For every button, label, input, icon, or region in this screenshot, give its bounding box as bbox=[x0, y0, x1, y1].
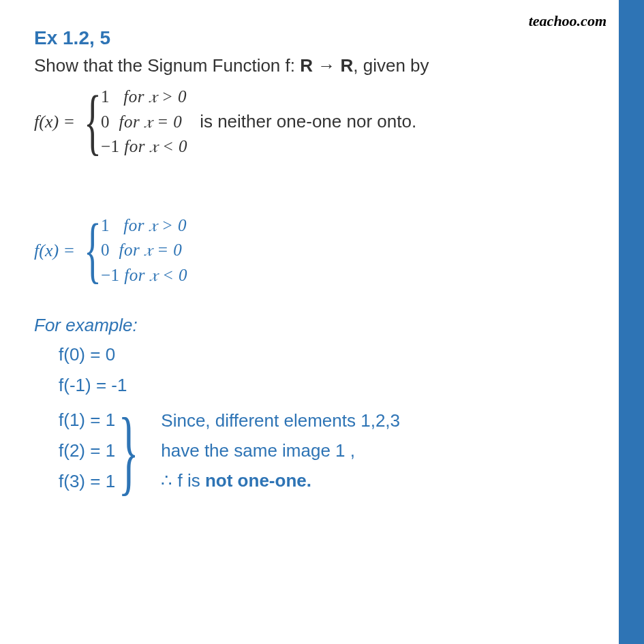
brand-sidebar bbox=[619, 0, 644, 644]
pw2-cond-3: for 𝑥 < 0 bbox=[124, 266, 187, 284]
example-line-2: f(-1) = -1 bbox=[59, 375, 585, 396]
piecewise2-row-1: 1 for 𝑥 > 0 bbox=[101, 213, 187, 238]
pw-cond-3: for 𝑥 < 0 bbox=[124, 137, 187, 155]
piecewise-body-1: 1 for 𝑥 > 0 0 for 𝑥 = 0 −1 for 𝑥 < 0 bbox=[101, 85, 187, 159]
right-brace-icon: } bbox=[119, 415, 139, 487]
example-line-3: f(1) = 1 bbox=[59, 410, 115, 431]
fx-label-1: f(x) = bbox=[34, 112, 75, 132]
exercise-heading: Ex 1.2, 5 bbox=[34, 27, 585, 49]
pw2-val-2: 0 bbox=[101, 241, 110, 259]
question-prefix: Show that the Signum Function f: bbox=[34, 55, 300, 76]
pw-cond-2: for 𝑥 = 0 bbox=[119, 112, 182, 131]
pw-val-1: 1 bbox=[101, 87, 110, 106]
conclusion-line-2: have the same image 1 , bbox=[161, 435, 400, 465]
piecewise-row-2: 0 for 𝑥 = 0 bbox=[101, 110, 187, 134]
example-group: f(1) = 1 f(2) = 1 f(3) = 1 } Since, diff… bbox=[59, 405, 585, 496]
conclusion-line-1: Since, different elements 1,2,3 bbox=[161, 405, 400, 435]
piecewise-row-1: 1 for 𝑥 > 0 bbox=[101, 85, 187, 109]
example-line-1: f(0) = 0 bbox=[59, 344, 585, 365]
piecewise-definition-2: f(x) = { 1 for 𝑥 > 0 0 for 𝑥 = 0 −1 for … bbox=[34, 213, 585, 288]
fx-label-2: f(x) = bbox=[34, 241, 75, 261]
piecewise-body-2: 1 for 𝑥 > 0 0 for 𝑥 = 0 −1 for 𝑥 < 0 bbox=[101, 213, 187, 288]
left-brace-icon: { bbox=[84, 93, 102, 151]
piecewise-after-text: is neither one-one nor onto. bbox=[200, 111, 416, 132]
example-line-5: f(3) = 1 bbox=[59, 471, 115, 492]
example-heading: For example: bbox=[34, 315, 585, 336]
example-group-col: f(1) = 1 f(2) = 1 f(3) = 1 bbox=[59, 410, 115, 492]
pw2-cond-1: for 𝑥 > 0 bbox=[123, 216, 187, 234]
left-brace-icon-2: { bbox=[84, 221, 102, 279]
question-text: Show that the Signum Function f: R → R, … bbox=[34, 53, 585, 78]
pw2-val-1: 1 bbox=[101, 216, 110, 234]
pw-val-3: −1 bbox=[101, 137, 120, 155]
conclusion-text: Since, different elements 1,2,3 have the… bbox=[161, 405, 400, 496]
piecewise-definition-1: f(x) = { 1 for 𝑥 > 0 0 for 𝑥 = 0 −1 for … bbox=[34, 85, 585, 159]
example-line-4: f(2) = 1 bbox=[59, 440, 115, 461]
pw2-cond-2: for 𝑥 = 0 bbox=[119, 241, 182, 259]
conclusion-prefix: ∴ f is bbox=[161, 470, 205, 491]
piecewise2-row-3: −1 for 𝑥 < 0 bbox=[101, 263, 187, 288]
site-logo: teachoo.com bbox=[529, 12, 607, 30]
piecewise-row-3: −1 for 𝑥 < 0 bbox=[101, 134, 187, 159]
conclusion-bold: not one-one. bbox=[205, 470, 311, 491]
pw-cond-1: for 𝑥 > 0 bbox=[123, 87, 187, 106]
question-arrow: → bbox=[313, 55, 340, 76]
question-suffix: , given by bbox=[353, 55, 429, 76]
conclusion-line-3: ∴ f is not one-one. bbox=[161, 465, 400, 495]
page-content: Ex 1.2, 5 Show that the Signum Function … bbox=[0, 0, 619, 523]
pw2-val-3: −1 bbox=[101, 266, 120, 284]
pw-val-2: 0 bbox=[101, 112, 110, 131]
question-domain: R bbox=[300, 55, 313, 76]
examples-block: f(0) = 0 f(-1) = -1 f(1) = 1 f(2) = 1 f(… bbox=[34, 344, 585, 496]
piecewise2-row-2: 0 for 𝑥 = 0 bbox=[101, 238, 187, 262]
question-codomain: R bbox=[340, 55, 353, 76]
